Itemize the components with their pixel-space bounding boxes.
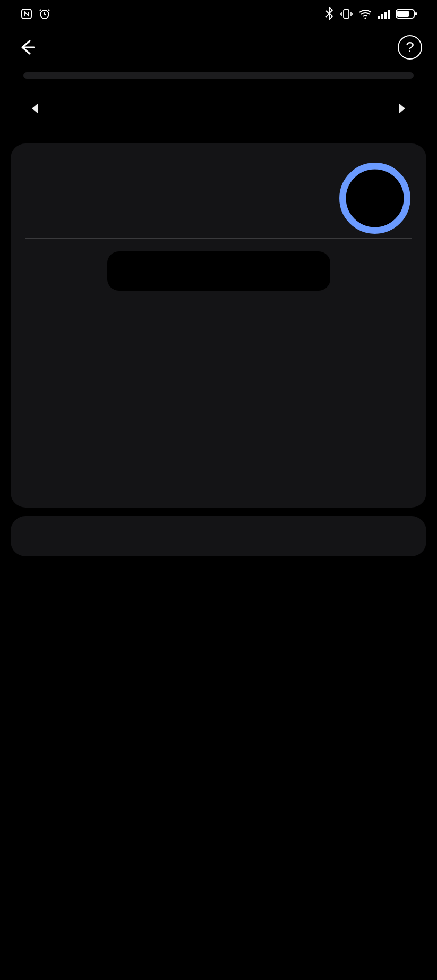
- date-next-button[interactable]: [397, 102, 407, 118]
- alarm-icon: [38, 7, 51, 20]
- tab-bar: [23, 72, 414, 79]
- date-prev-button[interactable]: [30, 102, 40, 118]
- score-ring[interactable]: [338, 162, 412, 235]
- status-left: [15, 7, 51, 20]
- nfc-icon: [20, 7, 33, 20]
- svg-rect-2: [344, 10, 349, 18]
- svg-rect-5: [381, 14, 383, 19]
- header: ?: [0, 24, 437, 72]
- svg-rect-10: [415, 12, 417, 15]
- svg-rect-9: [397, 11, 409, 17]
- sleep-chart[interactable]: [25, 298, 412, 466]
- sleep-overview-card: [11, 516, 426, 556]
- signal-icon: [378, 9, 390, 19]
- chart-axis: [28, 454, 409, 466]
- sleep-duration-card: [11, 143, 426, 508]
- back-button[interactable]: [15, 36, 38, 59]
- date-nav: [0, 79, 437, 135]
- svg-point-3: [364, 17, 366, 19]
- battery-icon: [396, 9, 417, 19]
- bluetooth-icon: [324, 7, 334, 20]
- svg-rect-4: [378, 16, 380, 19]
- status-bar: [0, 0, 437, 24]
- help-button[interactable]: ?: [398, 35, 422, 60]
- status-right: [324, 7, 422, 20]
- svg-rect-6: [384, 12, 387, 19]
- vibrate-icon: [339, 7, 353, 20]
- svg-rect-7: [388, 10, 390, 19]
- chart-tooltip: [107, 251, 330, 291]
- divider: [25, 238, 412, 239]
- chart-note: [25, 466, 412, 493]
- wifi-icon: [358, 8, 372, 20]
